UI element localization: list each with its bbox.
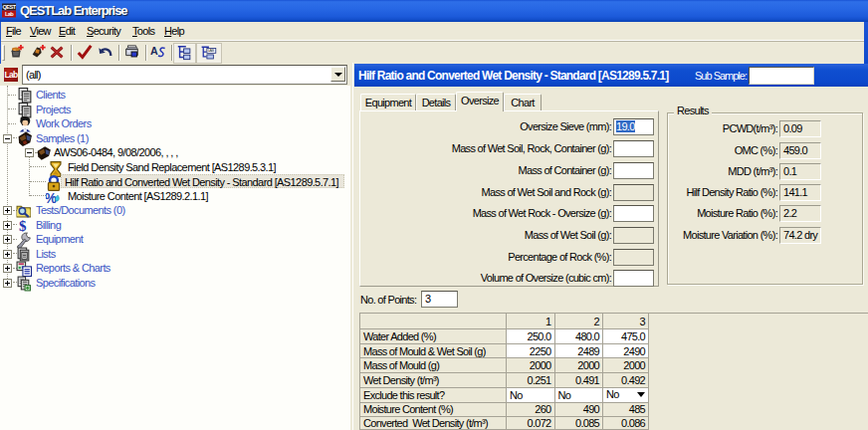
svg-text:QEST: QEST bbox=[3, 4, 17, 10]
svg-text:$: $ bbox=[19, 217, 27, 233]
svg-text:Lab: Lab bbox=[5, 11, 14, 17]
svg-text:A: A bbox=[150, 45, 158, 57]
svg-text:LAB: LAB bbox=[208, 49, 215, 54]
